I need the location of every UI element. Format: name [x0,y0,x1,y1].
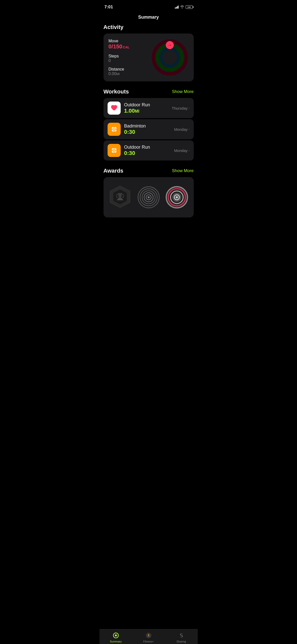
awards-section: Awards Show More [104,168,194,217]
workout-name-3: Outdoor Run [124,145,174,150]
status-time: 7:01 [105,5,113,10]
award-hex-icon [109,185,131,209]
svg-rect-21 [117,199,123,200]
battery-level: 100 [187,6,191,8]
award-item-3 [165,182,189,212]
status-icons: 100 [175,5,193,9]
workout-icon-2 [108,123,121,136]
workout-item-2[interactable]: Badminton 0:30 Monday › [104,119,194,139]
workout-info-1: Outdoor Run 1.00MI [124,102,172,114]
award-item-1 [109,182,132,212]
svg-point-3 [161,49,178,66]
scale-icon [110,125,118,134]
status-bar: 7:01 100 [100,0,198,13]
award-rings-icon [137,186,160,209]
workout-value-2: 0:30 [124,129,174,135]
page-title: Summary [100,13,198,24]
move-stat: Move 0/150 CAL [109,39,130,50]
scale-icon-2 [110,146,118,155]
workouts-title: Workouts [104,88,129,95]
workout-value-3: 0:30 [124,150,174,156]
workout-name-1: Outdoor Run [124,102,172,108]
move-label: Move [109,39,130,43]
workout-icon-1 [108,102,121,115]
workout-day-1: Thursday › [172,106,190,110]
steps-label: Steps [109,54,130,58]
workouts-show-more-button[interactable]: Show More [172,89,194,94]
move-value: 0/150 [109,43,122,50]
chevron-icon-2: › [189,127,190,131]
activity-ring: → [151,39,189,76]
workout-info-3: Outdoor Run 0:30 [124,145,174,156]
workout-name-2: Badminton [124,123,174,129]
steps-stat: Steps 0 [109,54,130,63]
steps-value: 0 [109,58,130,63]
workout-value-1: 1.00MI [124,108,172,114]
awards-card [104,177,194,217]
workout-day-3: Monday › [174,148,189,153]
distance-label: Distance [109,67,130,72]
move-unit: CAL [123,45,130,49]
awards-show-more-button[interactable]: Show More [172,168,194,173]
svg-point-10 [114,129,115,130]
signal-icon [175,6,179,9]
svg-point-27 [148,196,150,198]
workout-item-3[interactable]: Outdoor Run 0:30 Monday › [104,140,194,160]
workout-day-2: Monday › [174,127,189,132]
activity-section-header: Activity [104,24,194,30]
award-item-2 [137,182,160,212]
chevron-icon-3: › [189,149,190,152]
ring-arrow: → [166,41,174,49]
workout-item-1[interactable]: Outdoor Run 1.00MI Thursday › [104,98,194,118]
distance-value: 0.00MI [109,72,130,76]
battery-icon: 100 [186,5,193,9]
main-content: Activity Move 0/150 CAL Steps 0 Distan [100,24,198,248]
awards-title: Awards [104,168,123,174]
wifi-icon [180,6,184,9]
workout-info-2: Badminton 0:30 [124,123,174,135]
workouts-section: Workouts Show More Outdoor Run 1.00MI Th… [104,88,194,160]
activity-stats: Move 0/150 CAL Steps 0 Distance 0.00MI [109,39,130,76]
distance-stat: Distance 0.00MI [109,67,130,76]
workout-icon-3 [108,144,121,157]
svg-rect-20 [118,198,122,199]
activity-title: Activity [104,24,123,30]
activity-card[interactable]: Move 0/150 CAL Steps 0 Distance 0.00MI [104,34,194,81]
svg-point-33 [176,196,178,198]
heart-icon [110,104,118,112]
chevron-icon-1: › [189,106,190,110]
workouts-section-header: Workouts Show More [104,88,194,95]
award-medal-icon [166,186,188,209]
svg-point-17 [114,150,115,151]
awards-section-header: Awards Show More [104,168,194,174]
